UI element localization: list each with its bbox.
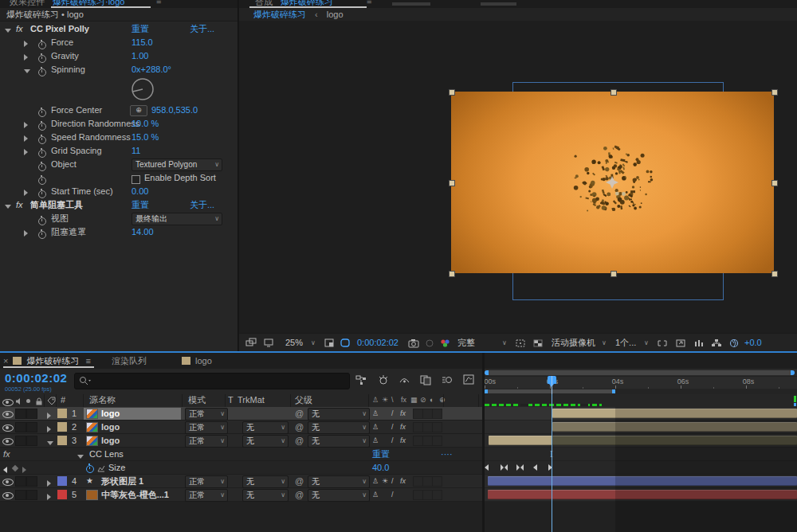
tab-close-icon[interactable]: × <box>3 356 13 366</box>
search-input[interactable] <box>74 373 350 389</box>
effect-expand-arrow[interactable] <box>5 23 11 37</box>
transparency-grid-icon[interactable] <box>532 337 544 349</box>
graph-editor-icon[interactable] <box>463 374 476 387</box>
pixel-aspect-icon[interactable] <box>693 338 705 349</box>
param-expand-arrow[interactable] <box>24 118 28 131</box>
effect-controls-tabstrip[interactable]: 效果控件 爆炸破碎练习·logo ≡ <box>0 0 238 8</box>
shy-switch-icon[interactable]: ♙ <box>372 394 379 406</box>
layer-visibility-toggle[interactable] <box>2 410 14 420</box>
param-expand-arrow[interactable] <box>24 145 28 158</box>
trkmat-column-header[interactable]: TrkMat <box>238 394 265 406</box>
parent-pickwhip-icon[interactable]: @ <box>295 407 304 421</box>
main-monitor-icon[interactable] <box>263 338 274 349</box>
param-expand-arrow[interactable] <box>24 186 28 199</box>
motion-blur-switch-icon[interactable]: ⊘ <box>420 394 426 406</box>
switch-cell[interactable] <box>432 422 442 432</box>
layer-row-2[interactable]: 2logo正常∨无∨@无∨♙/fx <box>0 421 482 434</box>
panel-menu-icon[interactable]: ≡ <box>367 0 371 6</box>
audio-toggle[interactable] <box>15 409 26 419</box>
param-label[interactable]: Spinning <box>51 63 85 76</box>
layer-name[interactable]: logo <box>101 407 120 421</box>
layer-expand-arrow[interactable] <box>47 424 51 433</box>
3d-switch-icon[interactable]: ⊕ <box>439 394 446 406</box>
effect-header-简单阻塞工具[interactable]: fx简单阻塞工具重置关于... <box>0 198 238 212</box>
stopwatch-icon[interactable] <box>38 229 46 242</box>
main-monitor-icon[interactable] <box>263 337 275 349</box>
region-of-interest-icon[interactable] <box>515 337 527 349</box>
layer-expand-arrow[interactable] <box>47 410 51 420</box>
param-expand-arrow[interactable] <box>24 64 30 77</box>
exposure-value[interactable]: +0.0 <box>744 334 762 351</box>
effect-reset-link[interactable]: 重置 <box>132 22 149 36</box>
selection-handle[interactable] <box>449 180 455 186</box>
shy-toggle[interactable]: ♙ <box>372 407 379 421</box>
mode-dropdown[interactable]: 正常∨ <box>185 489 228 502</box>
layer-name[interactable]: logo <box>101 421 120 434</box>
keyframe-icon[interactable] <box>547 464 554 471</box>
selection-handle[interactable] <box>611 89 617 96</box>
view-count-dropdown[interactable]: 1个... <box>615 334 636 351</box>
quality-toggle[interactable]: / <box>391 434 394 448</box>
effect-about-link[interactable]: 关于... <box>190 198 214 212</box>
grid-guides-icon[interactable] <box>324 337 336 349</box>
fx-switch-icon[interactable]: fx <box>401 394 406 406</box>
timeline-split-divider[interactable] <box>482 353 485 532</box>
timeline-tab-logo[interactable]: logo <box>182 353 212 369</box>
effect-expand-arrow[interactable] <box>77 451 84 460</box>
camera-dropdown[interactable]: 活动摄像机 <box>552 334 595 351</box>
layer-visibility-toggle[interactable] <box>2 437 14 447</box>
layer-duration-bar[interactable] <box>552 436 797 445</box>
add-keyframe-diamond[interactable] <box>12 465 18 471</box>
parent-dropdown[interactable]: 无∨ <box>308 435 370 448</box>
fx-toggle[interactable]: fx <box>400 407 406 421</box>
graph-toggle-icon[interactable] <box>97 464 105 474</box>
switch-cell[interactable] <box>432 409 442 419</box>
effect-header-CC Pixel Polly[interactable]: fxCC Pixel Polly重置关于... <box>0 22 238 36</box>
t-column-header[interactable]: T <box>228 394 234 406</box>
keyframe-icon[interactable] <box>501 464 508 471</box>
motion-blur-icon[interactable] <box>442 374 454 387</box>
param-label[interactable]: Start Time (sec) <box>51 185 113 198</box>
current-timecode[interactable]: 0:00:02:02 <box>5 371 67 385</box>
param-value[interactable]: 958.0,535.0 <box>151 104 198 117</box>
collapse-toggle[interactable]: ☀ <box>382 475 388 488</box>
prev-keyframe-icon[interactable] <box>3 464 7 474</box>
param-value[interactable]: 115.0 <box>132 36 153 49</box>
selection-handle[interactable] <box>611 271 617 277</box>
quality-toggle[interactable]: / <box>391 488 394 502</box>
param-label[interactable]: Grid Spacing <box>51 144 102 158</box>
snapshot-camera-icon[interactable] <box>408 338 419 349</box>
param-value[interactable]: 11 <box>132 144 140 158</box>
property-name[interactable]: Size <box>108 461 125 475</box>
layer-visibility-toggle[interactable] <box>2 424 14 433</box>
snapshot-camera-icon[interactable] <box>408 337 420 349</box>
work-area-start-handle[interactable] <box>485 389 488 393</box>
layer-name[interactable]: logo <box>101 434 120 448</box>
param-value[interactable]: 0.00 <box>132 185 148 198</box>
dropdown-caret-icon[interactable]: ∨ <box>644 334 649 352</box>
param-expand-arrow[interactable] <box>24 131 28 145</box>
timeline-tab-渲染队列[interactable]: 渲染队列 <box>112 353 147 369</box>
flowchart-icon[interactable] <box>711 338 722 349</box>
mode-column-header[interactable]: 模式 <box>188 394 206 406</box>
time-navigator[interactable] <box>485 370 795 375</box>
mode-dropdown[interactable]: 正常∨ <box>185 475 228 488</box>
dual-view-icon[interactable] <box>245 338 257 349</box>
fx-toggle[interactable]: fx <box>400 421 406 434</box>
shy-toggle[interactable]: ♙ <box>372 421 379 434</box>
audio-toggle[interactable] <box>15 436 26 446</box>
parent-pickwhip-icon[interactable]: @ <box>295 488 304 502</box>
layer-row-4[interactable]: 4★形状图层 1正常∨无∨@无∨♙☀/fx <box>0 475 482 488</box>
layer-duration-bar[interactable] <box>489 436 552 445</box>
layer-label-color[interactable] <box>57 409 67 418</box>
track-row[interactable] <box>485 407 797 421</box>
breadcrumb-layer-name[interactable]: logo <box>327 10 344 19</box>
trkmat-dropdown[interactable]: 无∨ <box>242 475 289 488</box>
effect-about-link[interactable]: 关于... <box>190 22 214 36</box>
selection-handle[interactable] <box>449 271 455 277</box>
layer-name[interactable]: 中等灰色-橙色...1 <box>101 488 169 502</box>
rotation-dial-icon[interactable] <box>129 76 156 104</box>
layer-duration-bar[interactable] <box>488 476 797 486</box>
mode-dropdown[interactable]: 正常∨ <box>185 435 228 448</box>
dual-view-icon[interactable] <box>245 337 257 349</box>
